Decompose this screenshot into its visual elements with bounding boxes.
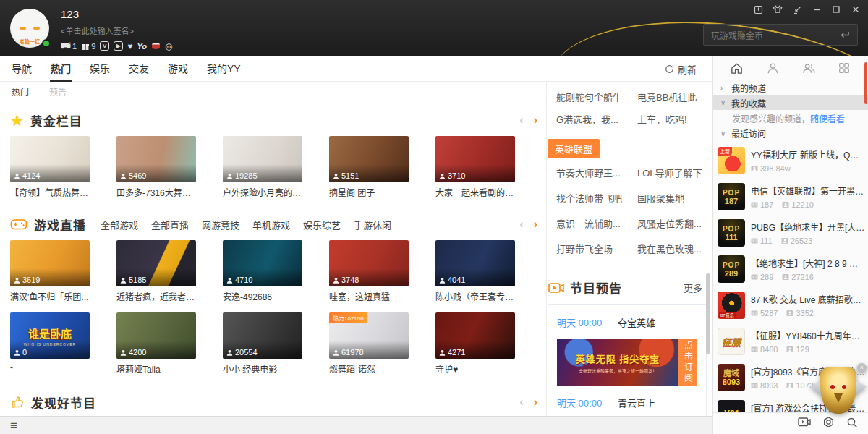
mini-mode-icon[interactable] xyxy=(792,4,802,14)
live-thumbnail[interactable]: 4124 xyxy=(10,136,90,182)
game-category-tab[interactable]: 手游休闲 xyxy=(354,218,391,231)
preview-item[interactable]: 明天 00:00 青云直上 xyxy=(548,389,706,416)
quick-link[interactable]: LOL导师了解下 xyxy=(637,166,702,179)
gift-badge[interactable]: 9 xyxy=(81,42,95,51)
game-category-tab[interactable]: 单机游戏 xyxy=(252,218,290,231)
live-card[interactable]: 3748 哇塞，这妞真猛 xyxy=(329,240,409,301)
nav-tab[interactable]: 交友 xyxy=(129,56,149,82)
live-thumbnail[interactable]: 4041 xyxy=(435,240,515,286)
live-thumbnail[interactable]: 3710 xyxy=(435,136,515,182)
live-title[interactable]: 满汉'鱼不归「乐团... xyxy=(10,290,90,301)
content-scroll-area[interactable]: ★ 黄金栏目 ‹ › xyxy=(0,101,546,416)
game-badge[interactable]: 1 xyxy=(61,42,77,51)
scrollbar-thumb[interactable] xyxy=(706,273,710,354)
live-thumbnail[interactable]: 3619 xyxy=(10,240,90,286)
live-title[interactable]: - xyxy=(10,362,90,373)
live-card[interactable]: 4124 【奇领】气质热舞小牙牙 xyxy=(10,136,90,197)
target-icon[interactable]: ◎ xyxy=(165,42,172,51)
quick-link[interactable]: 风骚走位秀翻... xyxy=(637,216,702,230)
nav-tab[interactable]: 游戏 xyxy=(168,56,188,82)
live-title[interactable]: 哇塞，这妞真猛 xyxy=(329,290,409,301)
game-category-tab[interactable]: 网游竞技 xyxy=(202,218,239,231)
skin-icon[interactable] xyxy=(773,4,783,14)
live-title[interactable]: 小小 经典电影 xyxy=(223,362,302,373)
preview-item[interactable]: 明天 00:00 夺宝英雄 xyxy=(548,309,706,336)
v-card-icon[interactable]: V xyxy=(100,41,109,51)
quick-link[interactable]: 上车，吃鸡! xyxy=(637,112,687,126)
signature-placeholder[interactable]: <单击此处输入签名> xyxy=(61,25,173,36)
browse-channels-link[interactable]: 随便看看 xyxy=(810,112,845,124)
settings-icon[interactable] xyxy=(822,416,835,431)
game-search-box[interactable]: 玩游戏赚金币 xyxy=(703,24,858,46)
quick-link[interactable]: 国服聚集地 xyxy=(637,191,684,205)
live-card[interactable]: 5151 摘星阁 团子 xyxy=(329,136,409,197)
close-icon[interactable] xyxy=(851,4,861,14)
quick-link[interactable]: 我在黑色玫瑰... xyxy=(637,242,702,255)
live-card[interactable]: 19285 户外探险小月亮的直播间 xyxy=(223,136,302,197)
user-icon[interactable] xyxy=(764,59,781,77)
coins-badge[interactable] xyxy=(151,42,161,51)
live-title[interactable]: 塔莉娅Talia xyxy=(116,362,196,373)
promo-emblem[interactable]: × xyxy=(812,365,865,418)
channel-item[interactable]: POP 289 【绝地求生】[大神] 2 8 9 三角洲/联盟/ 289 xyxy=(713,251,868,287)
nav-tab[interactable]: 热门 xyxy=(51,56,71,82)
channel-item[interactable]: POP 187 电信【英雄联盟】第一开黑公会/三角洲 187 xyxy=(713,179,868,215)
subnav-tab[interactable]: 预告 xyxy=(49,85,67,98)
next-page-arrow[interactable]: › xyxy=(534,218,537,231)
live-thumbnail[interactable]: 热力102100 61978 xyxy=(329,312,409,359)
prev-page-arrow[interactable]: ‹ xyxy=(519,114,523,127)
next-page-arrow[interactable]: › xyxy=(534,114,537,127)
prev-page-arrow[interactable]: ‹ xyxy=(519,218,523,231)
live-title[interactable]: 陈小贱（帝王套专属用户） xyxy=(435,290,515,301)
close-icon[interactable]: × xyxy=(857,363,867,373)
channel-item[interactable]: POP 111 PUBG【绝地求生】开黑[大神]全网第一 111 xyxy=(713,215,868,251)
live-card[interactable]: 4041 陈小贱（帝王套专属用户） xyxy=(435,240,515,301)
subnav-tab[interactable]: 热门 xyxy=(12,85,29,98)
users-icon[interactable] xyxy=(800,59,817,77)
live-thumbnail[interactable]: 4271 xyxy=(435,312,515,359)
live-thumbnail[interactable]: 5151 xyxy=(329,136,409,182)
sidebar-scrollbar-thumb[interactable] xyxy=(864,62,867,104)
preview-banner[interactable]: 英雄无限 指尖夺宝 全新玩法重磅来袭，寻宝之旅一触即发！ 点击订阅 xyxy=(557,339,697,386)
live-thumbnail[interactable]: 谁是卧底 WHO IS UNDERCOVER 0 xyxy=(10,312,90,359)
live-card[interactable]: 4271 守护♥ xyxy=(435,312,515,373)
quick-link[interactable]: 电竞BB机往此 xyxy=(637,90,697,103)
video-card-icon[interactable]: ▶ xyxy=(114,41,123,51)
live-thumbnail[interactable]: 5185 xyxy=(116,240,196,286)
live-title[interactable]: 守护♥ xyxy=(435,362,515,373)
prev-page-arrow[interactable]: ‹ xyxy=(519,396,523,409)
live-title[interactable]: 大家一起来看剧的直播间 xyxy=(435,186,515,197)
live-title[interactable]: 近猪者疯，近我者甜^ ^ xyxy=(116,290,196,301)
live-title[interactable]: 摘星阁 团子 xyxy=(329,186,409,197)
subscribe-button[interactable]: 点击订阅 xyxy=(678,339,697,386)
yo-icon[interactable]: Yo xyxy=(137,42,147,51)
more-link[interactable]: 更多 xyxy=(684,281,702,294)
game-category-tab[interactable]: 娱乐综艺 xyxy=(303,218,341,231)
my-channels-row[interactable]: › 我的频道 xyxy=(713,80,868,95)
live-title[interactable]: 户外探险小月亮的直播间 xyxy=(223,186,302,197)
maximize-icon[interactable] xyxy=(831,4,841,14)
next-page-arrow[interactable]: › xyxy=(534,396,537,409)
heart-icon[interactable]: ♥ xyxy=(127,42,132,51)
search-icon[interactable] xyxy=(846,417,858,431)
quick-link[interactable]: 找个法师带飞吧 xyxy=(556,191,629,205)
quick-link[interactable]: 意识一流辅助... xyxy=(556,216,629,230)
game-category-tab[interactable]: 全部游戏 xyxy=(101,218,138,231)
live-thumbnail[interactable]: 3748 xyxy=(329,240,409,286)
avatar[interactable]: 老脸一红 xyxy=(10,9,49,48)
lol-category-badge[interactable]: 英雄联盟 xyxy=(548,139,600,158)
live-card[interactable]: 4200 塔莉娅Talia xyxy=(116,312,196,373)
live-card[interactable]: 3710 大家一起来看剧的直播间 xyxy=(435,136,515,197)
quick-link[interactable]: 打野带飞全场 xyxy=(556,242,629,255)
live-card[interactable]: 20554 小小 经典电影 xyxy=(223,312,302,373)
quick-link[interactable]: 舵刚舵句个船牛 xyxy=(556,90,629,103)
nav-tab[interactable]: 导航 xyxy=(12,56,32,82)
video-player-icon[interactable] xyxy=(798,417,811,430)
live-thumbnail[interactable]: 4710 xyxy=(223,240,302,286)
quick-link[interactable]: 节奏大师野王... xyxy=(556,166,629,179)
apps-grid-icon[interactable] xyxy=(835,59,853,77)
live-thumbnail[interactable]: 19285 xyxy=(223,136,302,182)
recent-visits-row[interactable]: ∨ 最近访问 xyxy=(713,126,868,141)
live-thumbnail[interactable]: 20554 xyxy=(223,312,302,359)
refresh-button[interactable]: 刷新 xyxy=(665,62,712,76)
